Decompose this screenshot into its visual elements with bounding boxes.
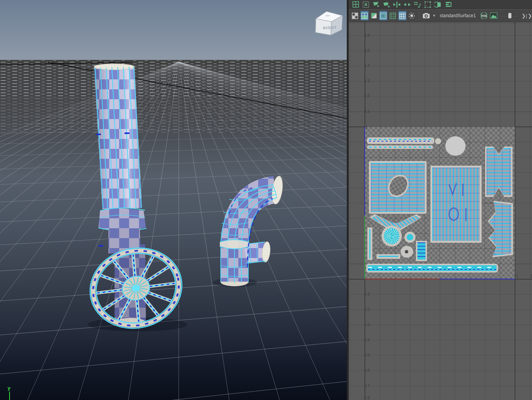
layout-shells-icon[interactable] <box>434 1 442 8</box>
pixel-grid-button[interactable] <box>398 11 406 20</box>
uv-shell-short-strip[interactable] <box>377 254 400 259</box>
seam-marks <box>432 168 480 241</box>
viewport-3d[interactable]: RIGHT y <box>0 0 347 400</box>
uv-shell-top-strip-b[interactable] <box>367 145 433 149</box>
v-label: 1.4 <box>364 63 370 68</box>
v-label: 1.2 <box>364 94 370 98</box>
step-forward-buttons[interactable]: ❯|❯ <box>522 13 532 19</box>
uv-shell-small-rect[interactable] <box>416 241 427 261</box>
uv-editor-panel: ▼ standardSurface1 RGB ❯|❯ <box>349 0 532 400</box>
quad-view-button[interactable] <box>351 11 359 20</box>
v-label: 1.6 <box>364 33 370 37</box>
uv-shell-bottom-strip[interactable] <box>366 264 498 273</box>
v-label: 1.3 <box>364 79 370 83</box>
uv-shell-small-disc[interactable] <box>404 232 416 243</box>
uv-camera-button[interactable] <box>422 11 430 20</box>
svg-text:RGB: RGB <box>481 15 487 17</box>
app-window: RIGHT y <box>0 0 532 400</box>
move-and-sew-icon[interactable] <box>414 1 421 8</box>
split-uv-icon[interactable] <box>393 1 401 8</box>
merge-uv-icon[interactable] <box>403 1 411 8</box>
image-range-button[interactable] <box>490 11 498 20</box>
sky <box>0 0 347 60</box>
v-label: -0.2 <box>363 307 370 311</box>
v-label: -0.5 <box>363 353 370 357</box>
unfold-selection-icon[interactable] <box>424 1 432 8</box>
v-label: -0.6 <box>363 368 370 373</box>
v-axis-green <box>364 216 365 279</box>
tile-view-button[interactable] <box>361 11 369 20</box>
texture-dropdown-arrow[interactable]: ▼ <box>432 14 437 18</box>
uv-shell-notched-band[interactable] <box>485 147 513 197</box>
uv-shell-hub-disc[interactable] <box>382 226 402 247</box>
v-label: -0.3 <box>363 323 370 327</box>
toolbar-separator <box>419 11 419 20</box>
v-label: -0.8 <box>363 396 370 400</box>
uv-shell-valve-body-sheet[interactable] <box>369 161 427 214</box>
v-label: -0.4 <box>363 338 370 342</box>
uv-shell-thin-strip[interactable] <box>367 227 372 260</box>
distortion-display-button[interactable] <box>389 11 397 20</box>
distribute-shells-icon[interactable] <box>445 1 452 8</box>
v-label: -0.1 <box>363 292 370 296</box>
uv-shell-handwheel-cap[interactable] <box>445 136 466 156</box>
shaded-uv-button[interactable] <box>370 11 378 20</box>
axis-gizmo-y-label: y <box>8 385 11 391</box>
uv-shell-small-cap[interactable] <box>435 138 441 144</box>
tile-border-left <box>364 127 365 216</box>
uv-shell-pipe-body-sheet[interactable] <box>430 166 482 243</box>
uv-shell-washer-disc[interactable] <box>401 246 413 258</box>
sew-uv-icon[interactable] <box>383 1 390 8</box>
uv-shell-top-strip-a[interactable] <box>367 137 434 144</box>
grid-uv-icon[interactable] <box>352 1 359 8</box>
uv-toolbar-view: ▼ standardSurface1 RGB ❯|❯ <box>349 10 532 22</box>
u-label: 1.1 <box>530 274 532 278</box>
v-label: 1.1 <box>364 109 370 113</box>
u-label: 1 <box>516 274 518 278</box>
uv-toolbar-tools <box>349 0 532 9</box>
tile-border-bottom <box>440 279 515 279</box>
v-label: -0.7 <box>363 384 370 388</box>
uv-shell-wavy-band[interactable] <box>485 201 513 257</box>
rgb-channels-button[interactable]: RGB <box>480 11 488 20</box>
exposure-slider-thumb[interactable] <box>508 13 511 18</box>
texture-tile-0-1[interactable] <box>365 127 515 279</box>
dim-image-button[interactable] <box>408 11 416 20</box>
uv-canvas[interactable]: 1.6 1.5 1.4 1.3 1.2 1.1 1 -0.1 -0.2 -0.3… <box>349 22 532 400</box>
select-shell-icon[interactable] <box>362 1 370 8</box>
u-axis-red <box>365 279 440 279</box>
u1-axis-line <box>515 22 515 400</box>
material-name-label[interactable]: standardSurface1 <box>440 13 476 18</box>
exposure-slider[interactable] <box>501 12 518 19</box>
cut-uv-icon[interactable] <box>372 1 380 8</box>
view-cube-face-label: RIGHT <box>323 25 337 30</box>
v-label: 1.5 <box>364 48 370 53</box>
v-label: 1 <box>365 125 368 129</box>
image-display-button[interactable] <box>379 11 387 20</box>
